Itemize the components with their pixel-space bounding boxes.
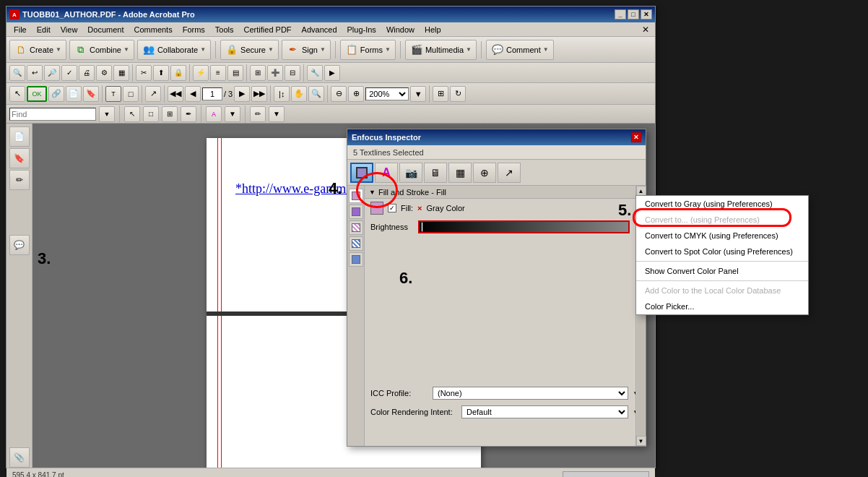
fill-checkbox[interactable]: ✓ [388,204,396,212]
menu-tools[interactable]: Tools [211,24,238,35]
nav-articles-btn[interactable]: 📄 [66,86,82,102]
insp-list-item-1[interactable] [349,189,363,203]
nav-zoom-btn[interactable]: 🔍 [308,86,324,102]
page-number-input[interactable] [202,87,222,100]
inspector-text-btn[interactable]: A [375,163,398,183]
insp-list-item-3[interactable] [349,220,363,235]
tb2-btn-15[interactable]: ➕ [267,65,283,81]
tb2-btn-10[interactable]: 🔒 [170,65,186,81]
inspector-close-button[interactable]: ✕ [631,132,641,142]
minimize-button[interactable]: _ [615,9,626,20]
menu-plugins[interactable]: Plug-Ins [343,24,381,35]
ctx-convert-spot[interactable]: Convert to Spot Color (using Preferences… [636,244,808,259]
tb2-btn-14[interactable]: ⊞ [250,65,266,81]
nav-fit-btn[interactable]: ⊞ [433,86,448,102]
tb2-btn-6[interactable]: ⚙ [96,65,112,81]
create-button[interactable]: 🗋 Create ▼ [9,40,66,60]
inspector-fill-stroke-btn[interactable] [350,163,373,183]
inspector-monitor-btn[interactable]: 🖥 [424,163,447,183]
tb2-btn-17[interactable]: 🔧 [307,65,323,81]
find-input[interactable] [9,108,96,121]
menu-certified[interactable]: Certified PDF [240,24,296,35]
menu-forms[interactable]: Forms [178,24,209,35]
sidebar-btn-5[interactable]: 📎 [9,447,30,468]
nav-zoom-dropdown[interactable]: ▼ [410,86,426,102]
secure-button[interactable]: 🔒 Secure ▼ [220,40,279,60]
menu-help[interactable]: Help [420,24,446,35]
tb2-btn-16[interactable]: ⊟ [285,65,300,81]
insp-list-item-5[interactable] [349,252,363,267]
collaborate-button[interactable]: 👥 Collaborate ▼ [137,40,211,60]
ctx-convert-gray[interactable]: Convert to Gray (using Preferences) [636,196,808,212]
nav-ok-btn[interactable]: OK [27,86,47,102]
nav-last-page[interactable]: ▶▶ [251,86,267,102]
nav-prev-page[interactable]: ◀ [185,86,201,102]
sidebar-btn-4[interactable]: 💬 [9,235,30,255]
scroll-up-button[interactable]: ▲ [636,186,646,196]
menu-view[interactable]: View [56,24,82,35]
inspector-position-btn[interactable]: ⊕ [473,163,496,183]
tb2-btn-2[interactable]: ↩ [27,65,43,81]
close-button[interactable]: ✕ [641,9,652,20]
comment-button[interactable]: 💬 Comment ▼ [486,40,554,60]
tb2-btn-1[interactable]: 🔍 [9,65,25,81]
menu-close-button[interactable]: ✕ [639,25,652,35]
sign-button[interactable]: ✒ Sign ▼ [282,40,331,60]
tb2-btn-3[interactable]: 🔎 [44,65,60,81]
find-tool-4[interactable]: ✒ [181,106,196,122]
sidebar-btn-3[interactable]: ✏ [9,170,30,190]
tb2-btn-13[interactable]: ▤ [227,65,243,81]
window-controls[interactable]: _ □ ✕ [615,9,652,20]
multimedia-button[interactable]: 🎬 Multimedia ▼ [405,40,477,60]
find-tool-3[interactable]: ⊞ [162,106,178,122]
inspector-more-btn[interactable]: ↗ [498,163,521,183]
menu-edit[interactable]: Edit [32,24,55,35]
find-tool-1[interactable]: ↖ [124,106,140,122]
zoom-select[interactable]: 200% 100% 150% [365,87,409,100]
brightness-handle[interactable] [421,222,423,232]
find-tool-6[interactable]: ▼ [225,106,240,122]
brightness-slider[interactable] [418,220,630,233]
nav-cursor-btn[interactable]: |↕ [274,86,290,102]
find-tool-2[interactable]: □ [143,106,159,122]
tb2-btn-12[interactable]: ≡ [210,65,226,81]
tb2-btn-11[interactable]: ⚡ [193,65,209,81]
menu-window[interactable]: Window [382,24,419,35]
ctx-convert-cmyk[interactable]: Convert to CMYK (using Preferences) [636,228,808,244]
ctx-convert-preferences[interactable]: Convert to... (using Preferences) [636,212,808,228]
icc-profile-select[interactable]: (None) [433,387,628,400]
fill-color-swatch[interactable] [370,202,383,215]
nav-pan-btn[interactable]: ✋ [291,86,307,102]
fill-x-button[interactable]: × [417,204,422,212]
combine-button[interactable]: ⧉ Combine ▼ [69,40,134,60]
find-tool-8[interactable]: ▼ [269,106,285,122]
maximize-button[interactable]: □ [628,9,639,20]
insp-list-item-2[interactable] [349,205,363,219]
ctx-color-picker[interactable]: Color Picker... [636,298,808,314]
nav-zoom-in[interactable]: ⊕ [348,86,364,102]
menu-document[interactable]: Document [83,24,128,35]
tb2-btn-9[interactable]: ⬆ [153,65,169,81]
horizontal-scrollbar[interactable] [563,471,649,478]
section-toggle[interactable]: ▼ [369,189,376,196]
nav-text-btn[interactable]: T [105,86,121,102]
color-rendering-select[interactable]: Default [461,405,628,418]
ctx-show-panel[interactable]: Show Convert Color Panel [636,263,808,279]
nav-first-page[interactable]: ◀◀ [168,86,183,102]
menu-comments[interactable]: Comments [130,24,177,35]
inspector-image-btn[interactable]: 📷 [399,163,422,183]
insp-list-item-4[interactable] [349,236,363,251]
sidebar-btn-1[interactable]: 📄 [9,126,30,147]
tb2-btn-7[interactable]: ▦ [113,65,129,81]
tb2-btn-8[interactable]: ✂ [136,65,152,81]
nav-bookmarks-btn[interactable]: 🔖 [83,86,99,102]
sidebar-btn-2[interactable]: 🔖 [9,148,30,168]
scroll-down-button[interactable]: ▼ [636,436,646,446]
find-tool-5[interactable]: A [206,106,222,122]
tb2-btn-18[interactable]: ▶ [324,65,340,81]
nav-link-btn[interactable]: 🔗 [48,86,64,102]
forms-button[interactable]: 📋 Forms ▼ [340,40,396,60]
menu-advanced[interactable]: Advanced [298,24,342,35]
menu-file[interactable]: File [9,24,31,35]
find-tool-7[interactable]: ✏ [250,106,266,122]
